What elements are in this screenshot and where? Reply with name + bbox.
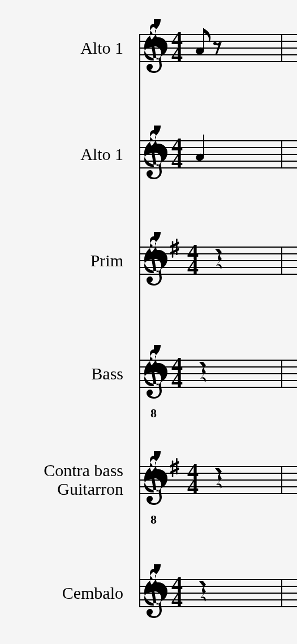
time-sig-denominator: 4 <box>169 373 186 387</box>
staff-cembalo: Cembalo44 <box>0 579 297 644</box>
time-signature: 44 <box>184 464 201 495</box>
staff-label-area: Contra bassGuitarron <box>0 466 130 493</box>
quarter-rest <box>197 581 206 605</box>
time-signature: 44 <box>169 358 186 388</box>
time-sig-denominator: 4 <box>169 153 186 168</box>
treble-clef <box>141 345 167 407</box>
eighth-rest <box>213 40 223 57</box>
staff-lines: 844 <box>139 360 297 387</box>
treble-clef <box>141 126 167 188</box>
staff-lines: 44 <box>139 34 297 61</box>
staff-lines: 44 <box>139 579 297 606</box>
staff-label-area: Prim <box>0 247 130 274</box>
time-sig-denominator: 4 <box>184 260 201 274</box>
barline <box>281 466 282 493</box>
staff-prim: Prim♯44 <box>0 247 297 314</box>
staff-contrabass: Contra bassGuitarron8♯44 <box>0 466 297 534</box>
treble-clef <box>141 451 167 513</box>
staff-alto1b: Alto 144 <box>0 140 297 208</box>
staff-label: Alto 1 <box>80 38 123 57</box>
staff-lines: 8♯44 <box>139 466 297 493</box>
staff-label-area: Alto 1 <box>0 140 130 167</box>
staff-bass: Bass844 <box>0 360 297 427</box>
barline <box>281 579 282 606</box>
barline <box>281 360 282 387</box>
treble-clef <box>141 232 167 294</box>
treble-clef <box>141 19 167 81</box>
time-signature: 44 <box>169 139 186 169</box>
note-stem <box>203 135 204 156</box>
clef-octave-indicator: 8 <box>150 406 157 421</box>
staff-label: Cembalo <box>62 584 123 602</box>
treble-clef <box>141 564 167 626</box>
time-sig-denominator: 4 <box>169 592 186 607</box>
time-signature: 44 <box>169 577 186 608</box>
music-score: Alto 144Alto 144Prim♯44Bass844Contra bas… <box>0 0 297 644</box>
staff-label: Alto 1 <box>80 145 123 163</box>
staff-label: Guitarron <box>57 479 123 498</box>
staff-label-area: Alto 1 <box>0 34 130 61</box>
staff-lines: 44 <box>139 140 297 167</box>
barline <box>281 140 282 167</box>
staff-label: Prim <box>91 251 123 270</box>
quarter-rest <box>213 468 222 492</box>
time-signature: 44 <box>169 32 186 63</box>
staff-lines: ♯44 <box>139 247 297 274</box>
staff-label: Contra bass <box>44 461 123 479</box>
staff-label-area: Bass <box>0 360 130 387</box>
time-sig-denominator: 4 <box>184 479 201 494</box>
time-signature: 44 <box>184 245 201 275</box>
staff-label: Bass <box>91 364 123 383</box>
barline <box>281 247 282 274</box>
quarter-rest <box>213 249 222 273</box>
eighth-flag <box>203 28 211 43</box>
staff-alto1a: Alto 144 <box>0 34 297 102</box>
quarter-rest <box>197 362 206 386</box>
clef-octave-indicator: 8 <box>150 512 157 527</box>
time-sig-denominator: 4 <box>169 47 186 62</box>
barline <box>281 34 282 61</box>
staff-label-area: Cembalo <box>0 579 130 606</box>
